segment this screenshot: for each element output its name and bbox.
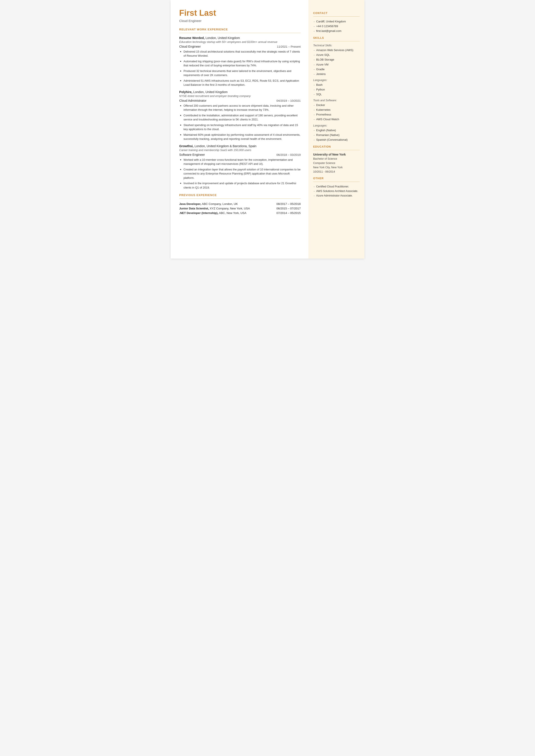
job-2-title: Cloud Administrator (179, 99, 207, 102)
edu-location: New York City, New York (313, 165, 360, 169)
job-1-bullet-1: Delivered 15 cloud architectural solutio… (180, 49, 301, 58)
skill-aws: Amazon Web Services (AWS) (313, 48, 360, 53)
skills-cat-1-label: Technical Skills: (313, 44, 360, 47)
contact-address: Cardiff, United Kingdom (313, 19, 360, 24)
job-3-title: Software Engineer (179, 153, 205, 157)
skill-cloudwatch: AWS Cloud Watch (313, 117, 360, 122)
skill-sql: SQL (313, 92, 360, 97)
job-2-bullets: Offered 200 customers and partners acces… (179, 103, 301, 141)
prev-exp-2-company: Junior Data Scientist, XYZ Company, New … (179, 206, 252, 211)
education-divider (313, 150, 360, 150)
job-3-dates: 06/2018 – 03/2019 (276, 153, 301, 157)
skills-cat-3-list: Docker Kubernetes Prometheus AWS Cloud W… (313, 103, 360, 122)
prev-exp-3-company: .NET Developer (Internship), ABC, New Yo… (179, 211, 252, 215)
job-2-bullet-2: Contributed to the installation, adminis… (180, 113, 301, 122)
job-2-company: Polyhire, (179, 90, 192, 94)
skill-python: Python (313, 87, 360, 92)
job-3-bullet-3: Involved in the improvement and update o… (180, 181, 301, 189)
prev-exp-row-2: Junior Data Scientist, XYZ Company, New … (179, 206, 301, 211)
prev-exp-3-dates: 07/2014 – 05/2015 (252, 211, 301, 215)
edu-field: Computer Science (313, 161, 360, 165)
job-1-header: Resume Worded, London, United Kingdom (179, 36, 301, 40)
job-1-desc: Education technology startup with 50+ em… (179, 40, 301, 44)
prev-exp-2-dates: 06/2015 – 07/2017 (252, 206, 301, 211)
job-3-bullet-2: Created an integration layer that allows… (180, 167, 301, 180)
skill-docker: Docker (313, 103, 360, 107)
prev-exp-row-1: Java Developer, ABC Company, London, UK … (179, 202, 301, 206)
prev-exp-1-company: Java Developer, ABC Company, London, UK (179, 202, 252, 206)
job-1-dates: 11/2021 – Present (277, 45, 301, 48)
skill-azure-vm: Azure VM (313, 62, 360, 67)
resume-container: First Last Cloud Engineer Relevant Work … (171, 0, 364, 258)
job-3-row: Software Engineer 06/2018 – 03/2019 (179, 153, 301, 157)
skills-cat-4-list: English (Native) Romanian (Native) Spani… (313, 128, 360, 142)
job-1-company: Resume Worded, (179, 36, 205, 40)
relevant-work-heading: Relevant Work Experience (179, 28, 301, 31)
previous-exp-table: Java Developer, ABC Company, London, UK … (179, 202, 301, 215)
lang-romanian: Romanian (Native) (313, 133, 360, 137)
job-3-header: Growthsi, London, United Kingdom & Barce… (179, 144, 301, 148)
job-1-bullet-2: Automated log shipping (poor-man data gu… (180, 59, 301, 68)
contact-heading: Contact (313, 12, 360, 15)
skill-prometheus: Prometheus (313, 112, 360, 117)
job-1-location: London, United Kingdom (205, 36, 240, 40)
previous-exp-heading: Previous Experience (179, 193, 301, 197)
contact-list: Cardiff, United Kingdom +44 0 123456789 … (313, 19, 360, 33)
skill-azure-sql: Azure SQL (313, 53, 360, 57)
skills-cat-2-label: Languages: (313, 79, 360, 82)
job-2-dates: 04/2019 – 10/2021 (276, 99, 301, 102)
contact-email: first.last@gmail.com (313, 29, 360, 33)
skills-cat-1-list: Amazon Web Services (AWS) Azure SQL BLOB… (313, 48, 360, 76)
lang-spanish: Spanish (Conversational) (313, 137, 360, 142)
right-column: Contact Cardiff, United Kingdom +44 0 12… (308, 0, 364, 258)
job-2-location: London, United Kingdom (192, 90, 228, 94)
skills-cat-4-label: Languages: (313, 124, 360, 127)
other-list: Certified Cloud Practitioner. AWS Soluti… (313, 185, 360, 198)
edu-school: University of New York (313, 153, 360, 156)
candidate-name: First Last (179, 9, 301, 18)
other-item-3: Azure Administrator Associate. (313, 193, 360, 198)
edu-degree: Bachelor of Science (313, 157, 360, 161)
skills-divider (313, 41, 360, 42)
job-3-company: Growthsi, (179, 144, 194, 148)
skills-cat-2-list: Bash Python SQL (313, 82, 360, 97)
skill-jenkins: Jenkins (313, 72, 360, 76)
job-2-bullet-4: Maintained 60% peak optimization by perf… (180, 133, 301, 141)
job-3-bullets: Worked with a 10-member cross-functional… (179, 158, 301, 190)
job-2-row: Cloud Administrator 04/2019 – 10/2021 (179, 99, 301, 102)
edu-dates: 10/2011 - 06/2014 (313, 169, 360, 174)
other-item-1: Certified Cloud Practitioner. (313, 185, 360, 189)
skill-blob: BLOB Storage (313, 57, 360, 62)
job-2-header: Polyhire, London, United Kingdom (179, 90, 301, 94)
job-1-title: Cloud Engineer (179, 45, 201, 48)
skill-kubernetes: Kubernetes (313, 107, 360, 112)
candidate-title: Cloud Engineer (179, 19, 301, 23)
job-1-row: Cloud Engineer 11/2021 – Present (179, 45, 301, 48)
job-3-bullet-1: Worked with a 10-member cross-functional… (180, 158, 301, 166)
skills-heading: Skills (313, 36, 360, 40)
prev-exp-row-3: .NET Developer (Internship), ABC, New Yo… (179, 211, 301, 215)
lang-english: English (Native) (313, 128, 360, 133)
other-item-2: AWS Solutions Architect Associate. (313, 189, 360, 193)
previous-exp-divider (179, 198, 301, 199)
education-heading: Education (313, 145, 360, 148)
prev-exp-1-dates: 08/2017 – 05/2018 (252, 202, 301, 206)
skill-bash: Bash (313, 82, 360, 87)
contact-phone: +44 0 123456789 (313, 24, 360, 29)
skills-cat-3-label: Tools and Software: (313, 99, 360, 102)
job-3-location: London, United Kingdom & Barcelona, Spai… (194, 144, 257, 148)
job-3-desc: Career training and membership SaaS with… (179, 148, 301, 152)
job-2-desc: NYSE-listed recruitment and employer bra… (179, 94, 301, 98)
other-divider (313, 182, 360, 182)
left-column: First Last Cloud Engineer Relevant Work … (171, 0, 308, 258)
job-2-bullet-3: Slashed spending on technology infrastru… (180, 123, 301, 131)
job-1-bullet-4: Administered 51 AWS infrastructures such… (180, 79, 301, 87)
job-1-bullets: Delivered 15 cloud architectural solutio… (179, 49, 301, 87)
skill-gradle: Gradle (313, 67, 360, 72)
job-1-bullet-3: Produced 32 technical documents that wer… (180, 69, 301, 77)
job-2-bullet-1: Offered 200 customers and partners acces… (180, 103, 301, 112)
relevant-work-divider (179, 33, 301, 33)
other-heading: Other (313, 177, 360, 180)
